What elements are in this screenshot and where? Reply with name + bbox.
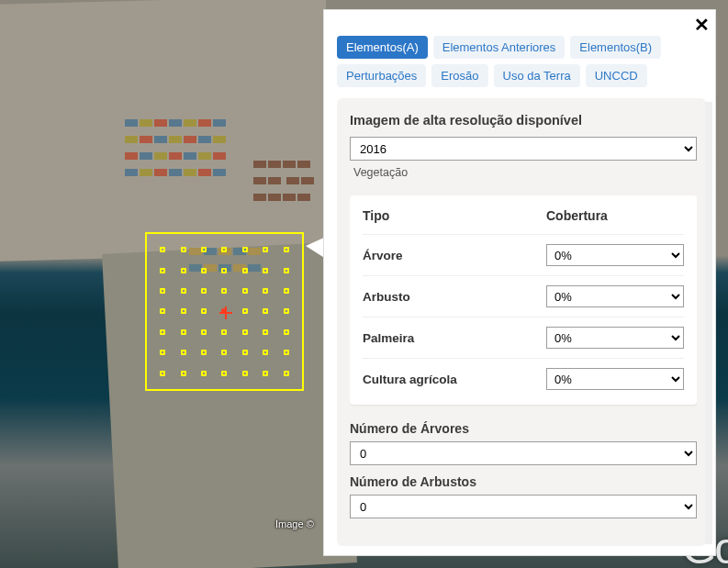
tab-uso-da-terra[interactable]: Uso da Terra (494, 64, 580, 87)
container-stack-1 (124, 115, 234, 181)
vegetation-row-arbusto: Arbusto 0% (363, 275, 684, 317)
vegetation-type-label: Palmeira (363, 331, 546, 345)
form-scroll-area: Imagem de alta resolução disponível 2016… (337, 98, 706, 546)
sample-plot-square[interactable] (145, 232, 304, 391)
tab-elementos-a[interactable]: Elementos(A) (337, 36, 428, 59)
trees-count-select[interactable]: 0 (350, 441, 697, 465)
shrubs-count-block: Número de Arbustos 0 (350, 474, 697, 518)
tab-unccd[interactable]: UNCCD (586, 64, 647, 87)
coverage-select-arvore[interactable]: 0% (546, 244, 684, 266)
attributes-panel: ✕ Elementos(A) Elementos Anteriores Elem… (323, 9, 716, 556)
coverage-select-cultura[interactable]: 0% (546, 368, 684, 390)
vegetation-type-label: Cultura agrícola (363, 373, 546, 386)
close-icon[interactable]: ✕ (694, 16, 710, 34)
vegetation-table-header: Tipo Cobertura (363, 208, 684, 223)
column-header-type: Tipo (363, 208, 546, 223)
image-attribution: Image © (275, 518, 314, 529)
coverage-select-arbusto[interactable]: 0% (546, 285, 684, 307)
vegetation-row-cultura: Cultura agrícola 0% (363, 358, 684, 399)
tab-perturbacoes[interactable]: Perturbações (337, 64, 426, 87)
shrubs-count-select[interactable]: 0 (350, 495, 697, 518)
vegetation-row-palmeira: Palmeira 0% (363, 317, 684, 358)
tab-elementos-anteriores[interactable]: Elementos Anteriores (433, 36, 566, 59)
vegetation-card: Tipo Cobertura Árvore 0% Arbusto 0% Palm… (350, 195, 697, 405)
sample-grid (147, 234, 302, 389)
panel-scrollbar[interactable] (705, 102, 712, 544)
trees-count-label: Número de Árvores (350, 421, 697, 436)
vegetation-section-label: Vegetação (353, 166, 697, 179)
container-stack-2 (252, 156, 317, 206)
tab-erosao[interactable]: Erosão (431, 64, 487, 87)
shrubs-count-label: Número de Arbustos (350, 474, 697, 489)
tabs-bar: Elementos(A) Elementos Anteriores Elemen… (324, 10, 715, 95)
year-select[interactable]: 2016 (350, 137, 697, 161)
hires-image-label: Imagem de alta resolução disponível (350, 113, 697, 128)
sample-center-point (221, 308, 227, 314)
tab-elementos-b[interactable]: Elementos(B) (570, 36, 661, 59)
vegetation-type-label: Arbusto (363, 290, 546, 304)
trees-count-block: Número de Árvores 0 (350, 421, 697, 465)
vegetation-type-label: Árvore (363, 249, 546, 262)
column-header-coverage: Cobertura (546, 208, 684, 223)
vegetation-row-arvore: Árvore 0% (363, 234, 684, 275)
coverage-select-palmeira[interactable]: 0% (546, 327, 684, 349)
